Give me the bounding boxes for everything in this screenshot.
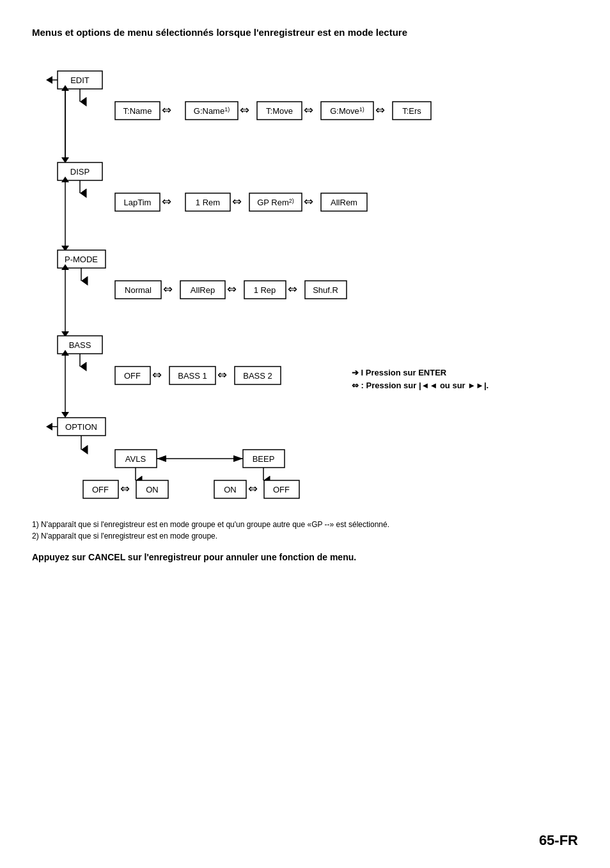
svg-marker-54 [46,76,52,84]
laptim-label: LapTim [124,198,152,207]
avls-label: AVLS [125,454,146,464]
on-avls-label: ON [146,485,159,494]
shufr-label: Shuf.R [313,285,338,295]
arrow3: ⇔ [304,104,313,116]
bass2-label: BASS 2 [243,371,272,381]
arrow10: ⇔ [288,283,297,296]
page-title: Menus et options de menu sélectionnés lo… [32,26,578,39]
edit-label: EDIT [70,75,90,85]
diagram-area: EDIT T:Name ⇔ G:Name1) ⇔ T:Move ⇔ G:Move… [32,58,582,506]
legend-skip: ⇔ : Pression sur |◄◄ ou sur ►►|. [352,381,489,390]
legend-enter: ➔ I Pression sur ENTER [352,368,447,377]
footnotes-area: 1) N'apparaît que si l'enregistreur est … [32,519,578,542]
footnote-2: 2) N'apparaît que si l'enregistreur est … [32,530,578,542]
svg-marker-40 [61,412,69,418]
off-bass-label: OFF [124,371,141,381]
off-avls-label: OFF [92,485,109,494]
footnote-1: 1) N'apparaît que si l'enregistreur est … [32,519,578,530]
arrow12: ⇔ [217,368,227,381]
gname-label: G:Name1) [194,106,230,116]
page-number: 65-FR [539,832,578,849]
allrep-label: AllRep [191,285,215,295]
arrow6: ⇔ [232,195,242,208]
gmove-label: G:Move1) [330,106,364,116]
tmove-label: T:Move [266,106,293,116]
arrow5: ⇔ [162,195,171,208]
1rep-label: 1 Rep [254,285,276,295]
arrow4: ⇔ [375,104,385,116]
1rem-label: 1 Rem [196,198,220,207]
diagram-svg: EDIT T:Name ⇔ G:Name1) ⇔ T:Move ⇔ G:Move… [32,58,582,512]
arrow14: ⇔ [248,482,258,495]
svg-marker-41 [46,423,52,430]
on-beep-label: ON [224,485,237,494]
bass-label: BASS [69,340,91,350]
allrem-label: AllRem [331,198,357,207]
arrow1: ⇔ [162,104,171,116]
arrow2: ⇔ [240,104,249,116]
arrow9: ⇔ [227,283,237,296]
arrow7: ⇔ [304,195,313,208]
beep-label: BEEP [253,454,275,464]
arrow8: ⇔ [163,283,173,296]
option-label: OPTION [65,422,97,432]
disp-label: DISP [70,167,90,177]
arrow13: ⇔ [120,482,130,495]
ters-label: T:Ers [402,106,421,116]
pmode-label: P-MODE [65,255,98,264]
gprem-label: GP Rem2) [257,198,294,207]
tname-label: T:Name [123,106,152,116]
arrow11: ⇔ [152,368,162,381]
normal-label: Normal [125,285,152,295]
bass1-label: BASS 1 [178,371,207,381]
off-beep-label: OFF [273,485,290,494]
bottom-statement: Appuyez sur CANCEL sur l'enregistreur po… [32,552,578,562]
